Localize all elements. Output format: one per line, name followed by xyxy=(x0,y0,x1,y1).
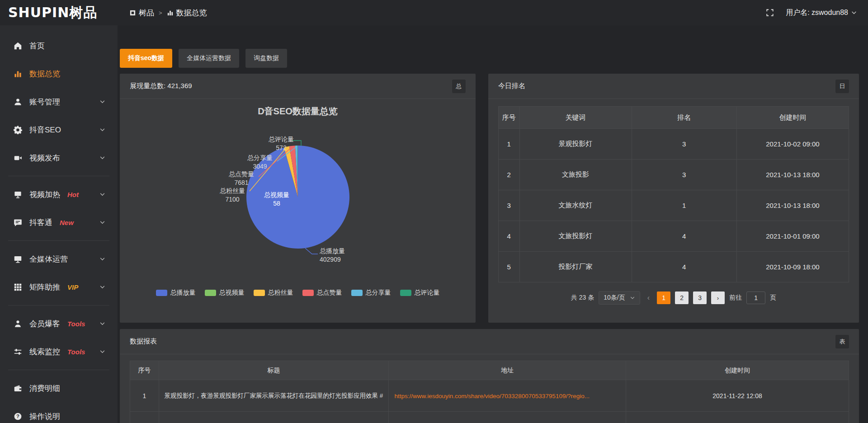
pie-label-line xyxy=(305,248,318,254)
legend-label: 总播放量 xyxy=(170,289,196,297)
page-button-3[interactable]: 3 xyxy=(693,291,707,304)
sidebar: 首页数据总览账号管理抖音SEO视频发布视频加热Hot抖客通New全媒体运营矩阵助… xyxy=(0,25,118,423)
rank-cell: 3 xyxy=(632,160,737,190)
rank-table: 序号关键词排名创建时间 1景观投影灯32021-10-02 09:002文旅投影… xyxy=(498,106,849,282)
rank-cell: 3 xyxy=(632,129,737,160)
sidebar-item-抖音SEO[interactable]: 抖音SEO xyxy=(0,116,118,144)
rank-table-row: 4文旅投影灯42021-10-01 09:00 xyxy=(499,221,849,252)
chevron-down-icon xyxy=(98,320,107,327)
user-menu[interactable]: 用户名: zswodun88 xyxy=(786,8,857,18)
report-col-header: 标题 xyxy=(159,361,389,380)
seo-overview-panel: 展现量总数: 421,369 总 D音SEO数据量总览 总播放量402909总视… xyxy=(120,74,476,323)
heat-icon xyxy=(14,190,22,199)
sidebar-item-视频发布[interactable]: 视频发布 xyxy=(0,144,118,172)
sidebar-item-label: 操作说明 xyxy=(29,411,60,422)
legend-item-总点赞量[interactable]: 总点赞量 xyxy=(302,289,342,297)
sidebar-item-全媒体运营[interactable]: 全媒体运营 xyxy=(0,245,118,273)
sidebar-item-badge: Hot xyxy=(67,191,79,198)
rank-cell: 文旅投影 xyxy=(519,160,632,190)
rank-cell: 2021-10-02 09:00 xyxy=(737,129,849,160)
person-icon xyxy=(14,320,22,328)
sidebar-item-操作说明[interactable]: ?操作说明 xyxy=(0,402,118,423)
legend-item-总粉丝量[interactable]: 总粉丝量 xyxy=(254,289,293,297)
legend-item-总视频量[interactable]: 总视频量 xyxy=(205,289,245,297)
sidebar-item-矩阵助推[interactable]: 矩阵助推VIP xyxy=(0,273,118,301)
tab-询盘数据[interactable]: 询盘数据 xyxy=(245,49,287,68)
fullscreen-icon[interactable] xyxy=(766,9,774,17)
report-col-header: 创建时间 xyxy=(626,361,849,380)
legend-label: 总评论量 xyxy=(415,289,440,297)
chevron-down-icon xyxy=(98,219,107,226)
rank-cell: 5 xyxy=(499,252,520,282)
data-report-panel: 数据报表 表 序号标题地址创建时间 1景观投影灯，夜游景观投影灯厂家展示展示落花… xyxy=(120,329,859,423)
next-page-button[interactable]: › xyxy=(711,291,725,304)
sidebar-divider xyxy=(8,176,109,176)
sidebar-item-badge: VIP xyxy=(67,283,78,291)
sidebar-item-label: 视频发布 xyxy=(29,153,60,163)
breadcrumb-item: 数据总览 xyxy=(176,8,207,18)
sidebar-item-label: 会员爆客 xyxy=(29,319,60,329)
report-table-row: 1景观投影灯，夜游景观投影灯厂家展示展示落花灯在花园里的灯光投影应用效果 #ht… xyxy=(130,380,849,412)
legend-item-总分享量[interactable]: 总分享量 xyxy=(351,289,391,297)
sidebar-divider xyxy=(8,370,109,370)
legend-swatch xyxy=(351,290,363,296)
goto-page-input[interactable] xyxy=(746,291,765,304)
logo-text: SHUPIN树品 xyxy=(8,4,97,22)
cube-icon xyxy=(129,9,136,16)
tab-全媒体运营数据[interactable]: 全媒体运营数据 xyxy=(179,49,239,68)
rank-table-row: 3文旅水纹灯12021-10-13 18:00 xyxy=(499,190,849,221)
rank-col-header: 序号 xyxy=(499,107,520,129)
legend-swatch xyxy=(400,290,411,296)
breadcrumb-home[interactable]: 树品 xyxy=(129,8,154,18)
sidebar-item-首页[interactable]: 首页 xyxy=(0,32,118,60)
sidebar-item-label: 账号管理 xyxy=(29,97,60,107)
user-icon xyxy=(14,98,22,106)
report-link[interactable]: https://www.iesdouyin.com/share/video/70… xyxy=(394,393,590,400)
legend-item-总播放量[interactable]: 总播放量 xyxy=(156,289,196,297)
impressions-value: 421,369 xyxy=(167,82,192,89)
sliders-icon xyxy=(14,348,22,356)
sidebar-item-抖客通[interactable]: 抖客通New xyxy=(0,208,118,236)
today-rank-panel: 今日排名 日 序号关键词排名创建时间 1景观投影灯32021-10-02 09:… xyxy=(488,74,859,323)
sidebar-item-数据总览[interactable]: 数据总览 xyxy=(0,60,118,88)
chevron-down-icon xyxy=(98,256,107,262)
sidebar-item-账号管理[interactable]: 账号管理 xyxy=(0,88,118,116)
chevron-down-icon xyxy=(98,127,107,133)
legend-item-总评论量[interactable]: 总评论量 xyxy=(400,289,440,297)
rank-table-row: 2文旅投影32021-10-13 18:00 xyxy=(499,160,849,190)
breadcrumb-current[interactable]: 数据总览 xyxy=(167,8,207,18)
username-label: 用户名: zswodun88 xyxy=(786,8,848,18)
page-button-2[interactable]: 2 xyxy=(675,291,689,304)
sidebar-item-线索监控[interactable]: 线索监控Tools xyxy=(0,338,118,366)
report-title-cell: 景观投影灯，夜游景观投影灯厂家展示展示落花灯在花园里的灯光投影应用效果 # xyxy=(159,380,389,412)
pie-label-总分享量: 总分享量3049 xyxy=(240,154,280,171)
report-time-cell: 2021-11-22 12:08 xyxy=(626,380,849,412)
table-badge-button[interactable]: 表 xyxy=(835,335,849,348)
rank-cell: 2021-10-13 18:00 xyxy=(737,190,849,221)
report-index-cell: 1 xyxy=(130,380,159,412)
sidebar-item-label: 抖客通 xyxy=(29,217,52,228)
sidebar-item-会员爆客[interactable]: 会员爆客Tools xyxy=(0,310,118,338)
pie-label-总播放量: 总播放量402909 xyxy=(320,247,345,264)
day-badge-button[interactable]: 日 xyxy=(835,80,849,93)
page-button-1[interactable]: 1 xyxy=(657,291,670,304)
report-link-cell: https://www.iesdouyin.com/share/video/70… xyxy=(389,380,626,412)
total-badge-button[interactable]: 总 xyxy=(452,80,466,93)
rank-cell: 1 xyxy=(499,129,520,160)
prev-page-button[interactable]: ‹ xyxy=(645,294,652,302)
rank-cell: 投影灯厂家 xyxy=(519,252,632,282)
rank-table-row: 5投影灯厂家42021-10-09 18:00 xyxy=(499,252,849,282)
sidebar-item-消费明细[interactable]: 消费明细 xyxy=(0,374,118,402)
sidebar-item-label: 线索监控 xyxy=(29,347,60,357)
tab-抖音seo数据[interactable]: 抖音seo数据 xyxy=(120,49,172,68)
impressions-label: 展现量总数: xyxy=(130,82,165,89)
pagination: 共 23 条10条/页‹123›前往页 xyxy=(488,291,859,305)
page-size-select[interactable]: 10条/页 xyxy=(599,291,640,305)
report-col-header: 序号 xyxy=(130,361,159,380)
wallet-icon xyxy=(14,384,22,393)
sidebar-item-视频加热[interactable]: 视频加热Hot xyxy=(0,180,118,208)
question-icon: ? xyxy=(14,412,22,421)
chevron-down-icon xyxy=(98,348,107,355)
legend-label: 总点赞量 xyxy=(317,289,342,297)
legend-swatch xyxy=(254,290,265,296)
